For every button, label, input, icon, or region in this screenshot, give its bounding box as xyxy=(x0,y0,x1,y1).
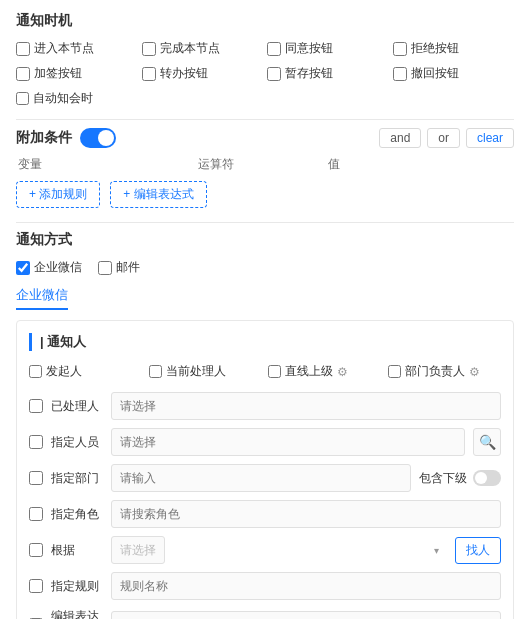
field-processed-label: 已处理人 xyxy=(51,398,103,415)
checkbox-temp-save-input[interactable] xyxy=(267,67,281,81)
checkbox-agree-btn-label: 同意按钮 xyxy=(285,40,333,57)
divider1 xyxy=(16,119,514,120)
timing-checkboxes-row2: 加签按钮 转办按钮 暂存按钮 撤回按钮 xyxy=(16,65,514,82)
recipient-current-handler-checkbox[interactable] xyxy=(149,365,162,378)
include-sub-toggle[interactable] xyxy=(473,470,501,486)
active-channel-tab[interactable]: 企业微信 xyxy=(16,286,68,310)
gear-icon-superior[interactable]: ⚙ xyxy=(337,365,348,379)
search-person-button[interactable]: 🔍 xyxy=(473,428,501,456)
email-channel: 邮件 xyxy=(98,259,140,276)
checkbox-enter-node-input[interactable] xyxy=(16,42,30,56)
condition-toggle[interactable] xyxy=(80,128,116,148)
find-person-button[interactable]: 找人 xyxy=(455,537,501,564)
condition-header: 附加条件 and or clear xyxy=(16,128,514,148)
clear-button[interactable]: clear xyxy=(466,128,514,148)
notify-person-card: | 通知人 发起人 当前处理人 直线上级 ⚙ 部门负责人 ⚙ xyxy=(16,320,514,619)
auto-notify-label: 自动知会时 xyxy=(33,90,93,107)
recipient-grid: 发起人 当前处理人 直线上级 ⚙ 部门负责人 ⚙ xyxy=(29,363,501,380)
wechat-checkbox[interactable] xyxy=(16,261,30,275)
recipient-direct-superior-checkbox[interactable] xyxy=(268,365,281,378)
checkbox-add-sign: 加签按钮 xyxy=(16,65,138,82)
field-assigned-role-input[interactable] xyxy=(111,500,501,528)
checkbox-enter-node-label: 进入本节点 xyxy=(34,40,94,57)
card-title: | 通知人 xyxy=(29,333,501,351)
checkbox-withdraw-label: 撤回按钮 xyxy=(411,65,459,82)
field-based-on-select-wrapper: 请选择 xyxy=(111,536,447,564)
checkbox-reject-btn-input[interactable] xyxy=(393,42,407,56)
checkbox-transfer: 转办按钮 xyxy=(142,65,264,82)
recipient-current-handler-label: 当前处理人 xyxy=(166,363,226,380)
recipient-direct-superior: 直线上级 ⚙ xyxy=(268,363,382,380)
wechat-label: 企业微信 xyxy=(34,259,82,276)
divider2 xyxy=(16,222,514,223)
notify-method-section: 通知方式 企业微信 邮件 企业微信 xyxy=(16,231,514,310)
checkbox-withdraw: 撤回按钮 xyxy=(393,65,515,82)
checkbox-temp-save-label: 暂存按钮 xyxy=(285,65,333,82)
field-assigned-dept-input[interactable] xyxy=(111,464,411,492)
col-var-header: 变量 xyxy=(18,156,198,173)
field-processed-checkbox[interactable] xyxy=(29,399,43,413)
field-assigned-role: 指定角色 xyxy=(29,500,501,528)
checkbox-temp-save: 暂存按钮 xyxy=(267,65,389,82)
recipient-initiator-label: 发起人 xyxy=(46,363,82,380)
condition-title: 附加条件 xyxy=(16,129,72,147)
checkbox-transfer-input[interactable] xyxy=(142,67,156,81)
gear-icon-dept-head[interactable]: ⚙ xyxy=(469,365,480,379)
field-assigned-person-checkbox[interactable] xyxy=(29,435,43,449)
field-assigned-rule-checkbox[interactable] xyxy=(29,579,43,593)
field-assigned-dept: 指定部门 包含下级 xyxy=(29,464,501,492)
field-based-on-select[interactable]: 请选择 xyxy=(111,536,165,564)
checkbox-withdraw-input[interactable] xyxy=(393,67,407,81)
timing-checkboxes-row1: 进入本节点 完成本节点 同意按钮 拒绝按钮 xyxy=(16,40,514,57)
field-based-on: 根据 请选择 找人 xyxy=(29,536,501,564)
mini-toggle-slider xyxy=(473,470,501,486)
recipient-initiator: 发起人 xyxy=(29,363,143,380)
recipient-dept-head: 部门负责人 ⚙ xyxy=(388,363,502,380)
recipient-current-handler: 当前处理人 xyxy=(149,363,263,380)
condition-col-headers: 变量 运算符 值 xyxy=(16,156,514,173)
main-container: 通知时机 进入本节点 完成本节点 同意按钮 拒绝按钮 加签按钮 转办按钮 xyxy=(0,0,530,619)
edit-expr-button[interactable]: + 编辑表达式 xyxy=(110,181,206,208)
recipient-initiator-checkbox[interactable] xyxy=(29,365,42,378)
field-processed: 已处理人 xyxy=(29,392,501,420)
checkbox-reject-btn: 拒绝按钮 xyxy=(393,40,515,57)
checkbox-reject-btn-label: 拒绝按钮 xyxy=(411,40,459,57)
auto-notify-checkbox[interactable] xyxy=(16,92,29,105)
col-val-header: 值 xyxy=(328,156,458,173)
checkbox-agree-btn-input[interactable] xyxy=(267,42,281,56)
field-assigned-role-checkbox[interactable] xyxy=(29,507,43,521)
field-assigned-rule-input[interactable] xyxy=(111,572,501,600)
checkbox-complete-node: 完成本节点 xyxy=(142,40,264,57)
logic-buttons: and or clear xyxy=(379,128,514,148)
field-processed-input[interactable] xyxy=(111,392,501,420)
notify-method-title: 通知方式 xyxy=(16,231,514,249)
field-based-on-checkbox[interactable] xyxy=(29,543,43,557)
wechat-channel: 企业微信 xyxy=(16,259,82,276)
or-button[interactable]: or xyxy=(427,128,460,148)
checkbox-complete-node-input[interactable] xyxy=(142,42,156,56)
add-rule-button[interactable]: + 添加规则 xyxy=(16,181,100,208)
include-sub-toggle-row: 包含下级 xyxy=(419,470,501,487)
notify-timing-title: 通知时机 xyxy=(16,12,514,30)
email-checkbox[interactable] xyxy=(98,261,112,275)
field-assigned-person-input[interactable] xyxy=(111,428,465,456)
toggle-slider xyxy=(80,128,116,148)
field-assigned-rule: 指定规则 xyxy=(29,572,501,600)
field-assigned-dept-checkbox[interactable] xyxy=(29,471,43,485)
and-button[interactable]: and xyxy=(379,128,421,148)
checkbox-transfer-label: 转办按钮 xyxy=(160,65,208,82)
checkbox-agree-btn: 同意按钮 xyxy=(267,40,389,57)
field-assigned-person: 指定人员 🔍 xyxy=(29,428,501,456)
field-assigned-person-label: 指定人员 xyxy=(51,434,103,451)
action-buttons: + 添加规则 + 编辑表达式 xyxy=(16,181,514,208)
recipient-dept-head-label: 部门负责人 xyxy=(405,363,465,380)
email-label: 邮件 xyxy=(116,259,140,276)
col-op-header: 运算符 xyxy=(198,156,328,173)
checkbox-complete-node-label: 完成本节点 xyxy=(160,40,220,57)
field-edit-expr-input[interactable] xyxy=(111,611,501,619)
checkbox-enter-node: 进入本节点 xyxy=(16,40,138,57)
checkbox-add-sign-input[interactable] xyxy=(16,67,30,81)
auto-notify-row: 自动知会时 xyxy=(16,90,514,107)
recipient-dept-head-checkbox[interactable] xyxy=(388,365,401,378)
include-sub-label: 包含下级 xyxy=(419,470,467,487)
